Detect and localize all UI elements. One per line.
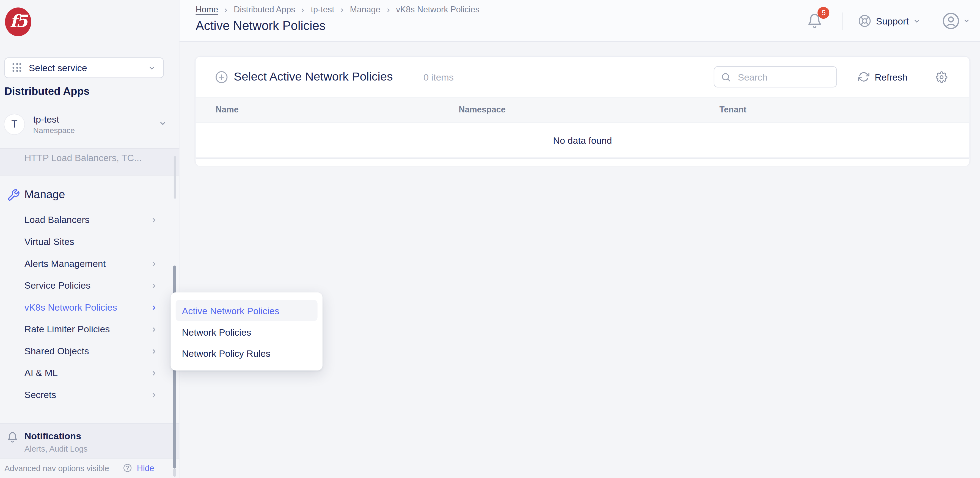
sidebar-item-manage[interactable]: Manage: [0, 184, 179, 207]
topbar: Home Distributed Apps tp-test Manage vK8…: [179, 0, 980, 42]
notification-count-badge: 5: [818, 6, 830, 18]
breadcrumb-tp-test[interactable]: tp-test: [311, 5, 334, 14]
column-header-name[interactable]: Name: [216, 105, 239, 114]
user-avatar-icon: [942, 12, 960, 30]
support-menu[interactable]: Support: [859, 14, 921, 27]
chevron-right-icon: [151, 392, 158, 399]
circle-plus-icon[interactable]: [215, 70, 228, 84]
chevron-right-icon: [151, 282, 158, 289]
f5-logo[interactable]: f5: [5, 8, 31, 36]
sidebar-item-notifications[interactable]: Notifications Alerts, Audit Logs: [0, 424, 179, 458]
life-ring-icon: [859, 14, 872, 27]
chevron-right-icon: [151, 348, 158, 355]
namespace-name: tp-test: [33, 114, 59, 124]
breadcrumb-current: vK8s Network Policies: [396, 5, 480, 14]
refresh-button[interactable]: Refresh: [859, 71, 907, 83]
sidebar-item-secrets[interactable]: Secrets: [0, 384, 179, 406]
search-icon: [721, 71, 732, 82]
help-circle-icon[interactable]: [123, 464, 132, 473]
bell-icon: [7, 432, 18, 443]
select-service-label: Select service: [29, 62, 87, 73]
notifications-label: Notifications: [24, 430, 81, 441]
chevron-right-icon: [300, 7, 306, 13]
breadcrumb: Home Distributed Apps tp-test Manage vK8…: [196, 5, 479, 14]
breadcrumb-distributed-apps[interactable]: Distributed Apps: [234, 5, 295, 14]
scrolled-nav-item[interactable]: HTTP Load Balancers, TC...: [0, 149, 179, 176]
namespace-avatar: T: [5, 114, 24, 134]
chevron-right-icon: [151, 217, 158, 224]
search-input[interactable]: [737, 71, 827, 83]
sidebar-scrollbar-segment: [173, 468, 176, 477]
breadcrumb-manage[interactable]: Manage: [350, 5, 380, 14]
apps-grid-icon: [13, 63, 22, 73]
chevron-down-icon: [159, 119, 167, 127]
sidebar-item-vk8s-network-policies[interactable]: vK8s Network Policies: [0, 297, 179, 319]
chevron-down-icon: [913, 17, 921, 25]
chevron-right-icon: [151, 326, 158, 333]
item-count: 0 items: [423, 71, 454, 82]
chevron-right-icon: [151, 370, 158, 377]
notifications-bell-button[interactable]: 5: [807, 12, 823, 30]
notifications-sublabel: Alerts, Audit Logs: [24, 444, 88, 454]
flyout-item-network-policy-rules[interactable]: Network Policy Rules: [176, 343, 318, 364]
sidebar-scrollbar-segment[interactable]: [174, 156, 176, 199]
page-title: Active Network Policies: [196, 19, 325, 33]
advanced-nav-text: Advanced nav options visible: [5, 464, 109, 473]
table-header-row: Name Namespace Tenant: [196, 97, 969, 123]
scrolled-nav-item-label: HTTP Load Balancers, TC...: [24, 152, 142, 163]
sidebar-item-virtual-sites[interactable]: Virtual Sites: [0, 231, 179, 253]
chevron-down-icon: [963, 17, 970, 24]
sidebar-section-title: Distributed Apps: [5, 86, 90, 98]
divider: [0, 176, 179, 176]
search-box: [714, 66, 837, 87]
topbar-actions: 5 Support: [807, 0, 970, 42]
table-footer: [196, 157, 969, 166]
panel-title: Select Active Network Policies: [234, 70, 393, 84]
account-menu[interactable]: [942, 12, 970, 30]
table-body: No data found: [196, 123, 969, 157]
refresh-label: Refresh: [875, 71, 907, 82]
hide-nav-link[interactable]: Hide: [137, 464, 154, 473]
empty-state-text: No data found: [196, 135, 969, 146]
panel-header: Select Active Network Policies 0 items R…: [196, 57, 969, 97]
divider: [843, 12, 843, 30]
sidebar-item-ai-ml[interactable]: AI & ML: [0, 362, 179, 384]
sidebar: f5 Select service Distributed Apps T tp-…: [0, 0, 179, 478]
manage-label: Manage: [24, 188, 65, 201]
chevron-right-icon: [223, 7, 229, 13]
sidebar-item-service-policies[interactable]: Service Policies: [0, 275, 179, 297]
active-network-policies-panel: Select Active Network Policies 0 items R…: [195, 56, 970, 165]
refresh-icon: [859, 71, 870, 83]
vk8s-network-policies-flyout: Active Network Policies Network Policies…: [171, 292, 323, 370]
select-service-dropdown[interactable]: Select service: [5, 57, 164, 78]
sidebar-item-shared-objects[interactable]: Shared Objects: [0, 341, 179, 362]
gear-icon[interactable]: [936, 71, 948, 83]
chevron-right-icon: [151, 304, 158, 311]
namespace-picker[interactable]: T tp-test Namespace: [5, 114, 174, 137]
chevron-right-icon: [151, 260, 158, 267]
namespace-type-label: Namespace: [33, 126, 75, 135]
breadcrumb-home[interactable]: Home: [196, 5, 218, 14]
column-header-tenant[interactable]: Tenant: [719, 105, 746, 114]
flyout-item-network-policies[interactable]: Network Policies: [176, 321, 318, 342]
sidebar-footer: Advanced nav options visible Hide: [0, 459, 179, 478]
chevron-right-icon: [339, 7, 345, 13]
sidebar-item-load-balancers[interactable]: Load Balancers: [0, 209, 179, 231]
chevron-down-icon: [148, 64, 156, 71]
wrench-icon: [7, 189, 20, 202]
column-header-namespace[interactable]: Namespace: [459, 105, 506, 114]
app-root: f5 Select service Distributed Apps T tp-…: [0, 0, 980, 478]
sidebar-item-rate-limiter-policies[interactable]: Rate Limiter Policies: [0, 319, 179, 341]
support-label: Support: [876, 16, 908, 26]
flyout-item-active-network-policies[interactable]: Active Network Policies: [176, 300, 318, 321]
sidebar-item-alerts-management[interactable]: Alerts Management: [0, 253, 179, 275]
chevron-right-icon: [385, 7, 391, 13]
